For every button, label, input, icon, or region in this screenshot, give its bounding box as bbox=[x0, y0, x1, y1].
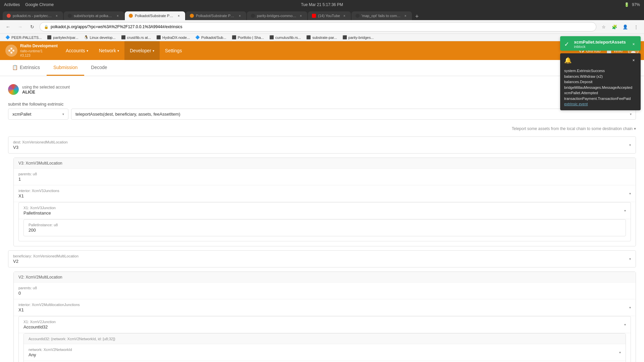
notification-info-close[interactable]: × bbox=[631, 57, 637, 63]
bookmark-7[interactable]: ⬛ Portfolio | Sha... bbox=[230, 35, 266, 40]
bookmark-10[interactable]: ⬛ parity-bridges... bbox=[340, 35, 376, 40]
bookmark-4[interactable]: ⬛ crust/lib.rs at... bbox=[119, 35, 153, 40]
tab-favicon-4 bbox=[190, 14, 194, 18]
profile-button[interactable]: 👤 bbox=[621, 22, 630, 32]
bookmark-star-button[interactable]: ☆ bbox=[599, 22, 608, 32]
extrinsics-tab-icon: 📋 bbox=[12, 65, 18, 70]
network-info: network: XcmV2NetworkId Any bbox=[29, 348, 72, 357]
bookmark-icon-1: 🔷 bbox=[5, 35, 10, 40]
beneficiary-chevron-icon: ▾ bbox=[629, 257, 631, 261]
browser-tab-3[interactable]: Polkadot/Substrate Port... × bbox=[125, 11, 185, 20]
nav-item-network[interactable]: Network ▾ bbox=[94, 41, 124, 60]
nav-item-accounts[interactable]: Accounts ▾ bbox=[60, 41, 94, 60]
network-chevron-icon: ▾ bbox=[117, 49, 119, 53]
dest-param-label: dest: XcmVersionedMultiLocation bbox=[13, 140, 68, 144]
accounts-chevron-icon: ▾ bbox=[87, 49, 88, 53]
interior-chevron-icon: ▾ bbox=[629, 192, 631, 195]
bookmark-icon-3: 🐧 bbox=[84, 35, 89, 40]
dest-header-row[interactable]: dest: XcmVersionedMultiLocation V3 ▾ bbox=[8, 137, 636, 153]
notification-success-header: ✓ xcmPallet.teleportAssets inblock × bbox=[560, 36, 641, 51]
beneficiary-label-text: beneficiary: XcmVersionedMultiLocation V… bbox=[13, 254, 78, 264]
notification-panel: ✓ xcmPallet.teleportAssets inblock × 🔔 ×… bbox=[560, 36, 641, 110]
tab-close-6[interactable]: × bbox=[342, 13, 347, 18]
pallet-instance-label: PalletInstance: u8 bbox=[29, 223, 58, 227]
pallet-select[interactable]: xcmPallet ▾ bbox=[8, 109, 68, 120]
x1-value: PalletInstance bbox=[23, 210, 56, 216]
tab-bar: polkadot.rs - paritytech/p... × subxt/sc… bbox=[0, 9, 644, 20]
main-content: 📋 Extrinsics Submission Decode using the… bbox=[0, 60, 644, 362]
extrinsic-event-link[interactable]: extrinsic event bbox=[564, 101, 637, 107]
tab-title-1: polkadot.rs - paritytech/p... bbox=[13, 14, 52, 18]
browser-tab-6[interactable]: (14) YouTube × bbox=[308, 11, 351, 20]
event-line-1: system.ExtrinsicSuccess bbox=[564, 68, 637, 74]
bookmark-1[interactable]: 🔷 PEER-PALLETS... bbox=[3, 35, 44, 40]
tab-title-4: Polkadot/Substrate Port... bbox=[196, 14, 235, 18]
browser-tab-1[interactable]: polkadot.rs - paritytech/p... × bbox=[3, 11, 63, 20]
reload-button[interactable]: ↻ bbox=[28, 22, 37, 32]
bookmark-label-6: Polkadot/Sub... bbox=[201, 36, 226, 40]
browser-tab-5[interactable]: parity-bridges-common/... × bbox=[247, 11, 307, 20]
new-tab-button[interactable]: + bbox=[413, 13, 422, 20]
v3-type-header: V3: XcmV3MultiLocation bbox=[14, 158, 636, 169]
tab-submission[interactable]: Submission bbox=[47, 60, 84, 76]
url-input[interactable] bbox=[51, 24, 592, 29]
tab-close-5[interactable]: × bbox=[299, 13, 303, 18]
back-button[interactable]: ← bbox=[3, 22, 13, 32]
extensions-button[interactable]: 🧩 bbox=[610, 22, 619, 32]
os-bar-left: Activities Google Chrome bbox=[4, 2, 54, 7]
notification-info-body: system.ExtrinsicSuccess balances.Withdra… bbox=[560, 66, 641, 110]
ben-x1-row[interactable]: X1: XcmV2Junction AccountId32 ▾ bbox=[19, 316, 631, 333]
app-header: Rialto Development rialto-runtime/1 #3,1… bbox=[0, 41, 644, 60]
tab-close-7[interactable]: × bbox=[403, 13, 408, 18]
bookmark-2[interactable]: ⬛ paritytech/par... bbox=[45, 35, 80, 40]
app-logo[interactable]: Rialto Development rialto-runtime/1 #3,1… bbox=[5, 44, 58, 58]
notification-success-close[interactable]: × bbox=[631, 41, 637, 47]
notification-success-title: xcmPallet.teleportAssets bbox=[574, 40, 626, 45]
extrinsic-event-link-text[interactable]: extrinsic event bbox=[564, 102, 588, 106]
tab-favicon-2 bbox=[68, 14, 72, 18]
tab-close-2[interactable]: × bbox=[115, 13, 120, 18]
browser-tab-7[interactable]: 'map_opt' fails to compl... × bbox=[352, 11, 412, 20]
address-bar[interactable]: 🔒 bbox=[40, 22, 596, 32]
bookmark-icon-9: ⬛ bbox=[306, 35, 311, 40]
tab-extrinsics[interactable]: 📋 Extrinsics bbox=[5, 60, 47, 76]
tab-title-2: subxt/scripts at polkado... bbox=[74, 14, 113, 18]
method-select[interactable]: teleportAssets(dest, beneficiary, assets… bbox=[71, 109, 636, 120]
nav-item-settings[interactable]: Settings bbox=[160, 41, 187, 60]
tab-close-1[interactable]: × bbox=[54, 13, 59, 18]
logo-block-label: #3,123 bbox=[20, 53, 58, 58]
interior-row[interactable]: interior: XcmV3Junctions X1 ▾ bbox=[14, 185, 636, 202]
account-id32-header: AccountId32: {network: XcmV2NetworkId, i… bbox=[24, 334, 626, 344]
tab-close-4[interactable]: × bbox=[237, 13, 242, 18]
bookmark-label-10: parity-bridges... bbox=[348, 36, 374, 40]
svg-point-1 bbox=[10, 52, 12, 54]
browser-tab-4[interactable]: Polkadot/Substrate Port... × bbox=[186, 11, 246, 20]
hint-row: Teleport some assets from the local chai… bbox=[8, 126, 636, 131]
bookmark-8[interactable]: ⬛ cumulus/lib.rs... bbox=[267, 35, 303, 40]
forward-button[interactable]: → bbox=[15, 22, 25, 32]
pallet-chevron-icon: ▾ bbox=[62, 112, 64, 116]
logo-text-block: Rialto Development rialto-runtime/1 #3,1… bbox=[20, 44, 58, 58]
nav-item-developer[interactable]: Developer ▾ bbox=[124, 41, 160, 60]
interior-value: X1 bbox=[18, 193, 59, 198]
x1-row[interactable]: X1: XcmV3Junction PalletInstance ▾ bbox=[19, 202, 631, 219]
bookmark-3[interactable]: 🐧 Linux develop... bbox=[82, 35, 118, 40]
parents-row[interactable]: parents: u8 1 bbox=[14, 169, 636, 185]
browser-tab-2[interactable]: subxt/scripts at polkado... × bbox=[64, 11, 124, 20]
network-row[interactable]: network: XcmV2NetworkId Any ▾ bbox=[24, 344, 626, 361]
ben-parents-row[interactable]: parents: u8 0 bbox=[14, 283, 636, 299]
bookmark-6[interactable]: 🔷 Polkadot/Sub... bbox=[193, 35, 228, 40]
bookmark-9[interactable]: ⬛ substrate-par... bbox=[304, 35, 339, 40]
tab-decode[interactable]: Decode bbox=[84, 60, 114, 76]
pallet-instance-row[interactable]: PalletInstance: u8 200 bbox=[24, 220, 626, 236]
battery-icon: 🔋 bbox=[624, 2, 629, 7]
ben-interior-row[interactable]: interior: XcmV2MultilocationJunctions X1… bbox=[14, 299, 636, 316]
menu-button[interactable]: ⋮ bbox=[631, 22, 641, 32]
tab-close-3[interactable]: × bbox=[176, 13, 181, 18]
activities-label[interactable]: Activities bbox=[4, 2, 20, 7]
tab-title-3: Polkadot/Substrate Port... bbox=[135, 14, 174, 18]
bookmark-5[interactable]: ⬛ HydraDX-node... bbox=[154, 35, 192, 40]
v3-multilocation-block: V3: XcmV3MultiLocation parents: u8 1 int… bbox=[13, 158, 636, 246]
beneficiary-header-row[interactable]: beneficiary: XcmVersionedMultiLocation V… bbox=[8, 251, 636, 267]
v2-type-label: V2: XcmV2MultiLocation bbox=[18, 275, 62, 280]
